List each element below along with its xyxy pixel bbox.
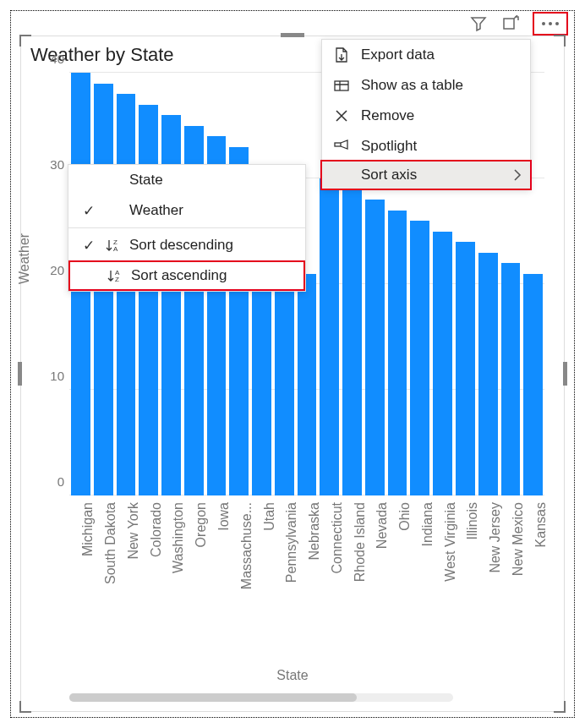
menu-item-label: Sort ascending xyxy=(131,267,227,284)
svg-point-1 xyxy=(542,22,545,25)
x-axis-label: South Dakota xyxy=(94,502,113,654)
bar[interactable] xyxy=(456,242,475,495)
menu-item-label: Remove xyxy=(361,107,414,124)
menu-item-label: Show as a table xyxy=(361,77,463,94)
bar[interactable] xyxy=(478,253,498,496)
resize-handle-bl[interactable] xyxy=(19,701,31,713)
export-icon xyxy=(332,46,351,64)
svg-rect-4 xyxy=(335,81,348,90)
y-tick: 30 xyxy=(50,157,64,172)
bar[interactable] xyxy=(523,274,543,496)
svg-rect-5 xyxy=(335,143,341,146)
resize-handle-tr[interactable] xyxy=(554,35,566,47)
bar[interactable] xyxy=(388,211,407,496)
menu-remove[interactable]: Remove xyxy=(322,101,530,131)
menu-item-label: Sort descending xyxy=(129,237,233,254)
x-axis-title: State xyxy=(0,668,585,683)
menu-item-label: State xyxy=(129,172,163,189)
menu-item-label: Sort axis xyxy=(361,167,417,183)
svg-point-2 xyxy=(549,22,552,25)
x-axis-label: New Jersey xyxy=(478,502,498,654)
y-axis: 0 10 20 30 40 xyxy=(42,73,69,495)
bar[interactable] xyxy=(298,274,317,496)
bar[interactable] xyxy=(320,178,339,495)
y-tick: 40 xyxy=(50,52,64,66)
svg-point-3 xyxy=(555,22,559,25)
svg-rect-0 xyxy=(504,19,514,29)
sort-desc-icon: ZA xyxy=(104,238,123,253)
x-axis-label: Massachuse... xyxy=(229,502,249,654)
visual-toolbar xyxy=(468,12,568,36)
svg-text:A: A xyxy=(113,245,118,253)
menu-spotlight[interactable]: Spotlight xyxy=(322,131,530,161)
bar[interactable] xyxy=(501,263,521,495)
check-icon: ✓ xyxy=(80,237,97,255)
bar[interactable] xyxy=(117,94,136,495)
scrollbar-thumb[interactable] xyxy=(69,693,357,702)
y-tick: 10 xyxy=(50,369,64,383)
submenu-field-weather[interactable]: ✓ Weather xyxy=(68,195,305,226)
x-axis-labels: MichiganSouth DakotaNew YorkColoradoWash… xyxy=(69,502,544,654)
resize-handle-tl[interactable] xyxy=(19,35,31,47)
menu-item-label: Export data xyxy=(361,47,435,63)
focus-mode-icon[interactable] xyxy=(500,14,521,34)
x-axis-label: Illinois xyxy=(456,502,475,654)
x-axis-label: Oregon xyxy=(184,502,204,654)
check-icon: ✓ xyxy=(80,202,97,220)
sort-axis-submenu: State ✓ Weather ✓ ZA Sort descending AZ … xyxy=(68,164,306,292)
bar[interactable] xyxy=(252,274,271,496)
resize-handle-top[interactable] xyxy=(281,33,304,37)
submenu-sort-descending[interactable]: ✓ ZA Sort descending xyxy=(68,230,305,260)
bar[interactable] xyxy=(139,105,158,496)
x-axis-label: Indiana xyxy=(410,502,429,654)
filter-icon[interactable] xyxy=(468,14,489,34)
x-axis-label: Connecticut xyxy=(320,502,339,654)
x-axis-label: Kansas xyxy=(523,502,543,654)
submenu-sort-ascending[interactable]: AZ Sort ascending xyxy=(68,260,305,291)
menu-export-data[interactable]: Export data xyxy=(322,40,530,70)
submenu-field-state[interactable]: State xyxy=(68,165,305,195)
svg-text:Z: Z xyxy=(115,276,119,283)
x-axis-label: Ohio xyxy=(388,502,407,654)
x-axis-label: West Virginia xyxy=(433,502,452,654)
chevron-right-icon xyxy=(513,169,522,181)
resize-handle-br[interactable] xyxy=(554,701,566,713)
x-axis-label: Michigan xyxy=(71,502,90,654)
spotlight-icon xyxy=(332,137,351,156)
menu-show-as-table[interactable]: Show as a table xyxy=(322,70,530,101)
y-axis-title: Weather xyxy=(17,233,32,284)
horizontal-scrollbar[interactable] xyxy=(69,693,453,702)
blank-icon xyxy=(332,166,351,184)
bar[interactable] xyxy=(410,221,429,495)
sort-asc-icon: AZ xyxy=(106,268,124,283)
x-axis-label: Nebraska xyxy=(298,502,317,654)
menu-item-label: Weather xyxy=(129,202,183,219)
table-icon xyxy=(332,76,351,95)
resize-handle-right[interactable] xyxy=(563,362,567,386)
bar[interactable] xyxy=(365,200,385,495)
more-options-button[interactable] xyxy=(533,12,568,36)
y-tick: 20 xyxy=(50,263,64,277)
resize-handle-left[interactable] xyxy=(18,362,22,386)
x-axis-label: Iowa xyxy=(207,502,227,654)
context-menu: Export data Show as a table Remove Spotl… xyxy=(321,39,531,189)
bar[interactable] xyxy=(275,274,294,496)
x-axis-label: Pennsylvania xyxy=(275,502,294,654)
menu-item-label: Spotlight xyxy=(361,138,417,155)
x-axis-label: New Mexico xyxy=(501,502,521,654)
remove-icon xyxy=(332,107,351,125)
menu-separator xyxy=(68,227,305,228)
bar[interactable] xyxy=(433,232,452,496)
x-axis-label: New York xyxy=(117,502,136,654)
y-tick: 0 xyxy=(57,474,64,489)
x-axis-label: Utah xyxy=(252,502,271,654)
x-axis-label: Washington xyxy=(161,502,181,654)
x-axis-label: Nevada xyxy=(365,502,385,654)
menu-sort-axis[interactable]: Sort axis xyxy=(320,160,532,190)
x-axis-label: Rhode Island xyxy=(342,502,362,654)
x-axis-label: Colorado xyxy=(139,502,158,654)
bar[interactable] xyxy=(342,189,362,496)
